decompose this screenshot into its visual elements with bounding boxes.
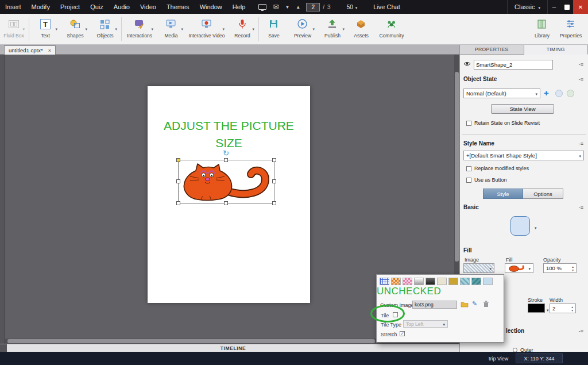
texture-swatch[interactable] xyxy=(437,278,447,285)
resize-handle-bottom-center[interactable] xyxy=(224,201,228,205)
next-slide-icon[interactable] xyxy=(296,5,300,10)
texture-swatch[interactable] xyxy=(414,278,424,285)
menu-audio[interactable]: Audio xyxy=(109,0,135,14)
panel-menu-icon[interactable] xyxy=(579,141,583,147)
toolbar-community[interactable]: Community xyxy=(375,14,408,44)
filmstrip-view-label[interactable]: trip View xyxy=(489,356,508,362)
shape-preview[interactable] xyxy=(510,216,530,236)
toolbar-fluid-box[interactable]: Fluid Box xyxy=(0,14,28,44)
slide-title-text[interactable]: ADJUST THE PICTURE SIZE xyxy=(148,117,310,152)
toolbar-save[interactable]: Save xyxy=(260,14,288,44)
browse-folder-icon[interactable] xyxy=(461,301,469,309)
fill-swatch-dropdown[interactable] xyxy=(505,263,533,273)
toolbar-publish[interactable]: Publish xyxy=(318,14,347,44)
tab-options[interactable]: Options xyxy=(523,189,563,199)
add-state-button[interactable] xyxy=(544,89,549,97)
visibility-eye-icon[interactable] xyxy=(463,61,471,68)
toolbar-interactions[interactable]: Interactions xyxy=(123,14,156,44)
rotate-handle-icon[interactable] xyxy=(223,149,229,157)
toolbar-media[interactable]: Media xyxy=(156,14,186,44)
toolbar-preview[interactable]: Preview xyxy=(288,14,318,44)
stepper-arrows-icon[interactable] xyxy=(572,265,574,271)
retain-state-checkbox-row[interactable]: Retain State on Slide Revisit xyxy=(466,120,540,126)
resize-handle-top-center[interactable] xyxy=(224,158,228,162)
chevron-down-icon[interactable] xyxy=(535,224,537,230)
checkbox[interactable] xyxy=(466,166,471,171)
document-tab[interactable]: untitled1.cptx* × xyxy=(4,45,56,55)
resize-handle-top-left[interactable] xyxy=(176,158,180,162)
toolbar-properties[interactable]: Properties xyxy=(556,14,586,44)
duplicate-state-icon[interactable] xyxy=(555,90,563,97)
texture-swatch[interactable] xyxy=(483,278,493,285)
tab-timing[interactable]: TIMING xyxy=(524,45,588,55)
texture-swatch[interactable] xyxy=(425,278,435,285)
chevron-down-icon[interactable] xyxy=(547,306,549,313)
toolbar-interactive-video[interactable]: Interactive Video xyxy=(186,14,227,44)
close-button[interactable] xyxy=(573,0,588,14)
edit-state-icon[interactable] xyxy=(567,90,574,97)
toolbar-library[interactable]: Library xyxy=(528,14,556,44)
toolbar-text[interactable]: Text xyxy=(30,14,60,44)
mail-icon[interactable] xyxy=(273,3,278,11)
custom-image-filename[interactable]: kot3.png xyxy=(412,301,457,309)
minimize-button[interactable] xyxy=(548,0,560,14)
restore-button[interactable] xyxy=(560,0,573,14)
tab-style[interactable]: Style xyxy=(483,189,523,199)
replace-styles-checkbox-row[interactable]: Replace modified styles xyxy=(466,166,529,171)
timeline-grip[interactable] xyxy=(0,344,7,352)
menu-modify[interactable]: Modify xyxy=(26,0,55,14)
resize-handle-bottom-right[interactable] xyxy=(272,201,276,205)
panel-menu-icon[interactable] xyxy=(579,62,583,67)
checkbox[interactable] xyxy=(466,178,471,183)
toolbar-assets[interactable]: Assets xyxy=(347,14,375,44)
image-fill-dropdown[interactable] xyxy=(463,263,494,273)
stretch-checkbox[interactable] xyxy=(400,331,405,336)
tab-properties[interactable]: PROPERTIES xyxy=(460,45,524,55)
texture-swatch[interactable] xyxy=(391,278,401,285)
stroke-color-swatch[interactable] xyxy=(528,303,545,313)
texture-swatch[interactable] xyxy=(380,278,389,285)
checkbox[interactable] xyxy=(466,121,471,126)
stepper-arrows-icon[interactable] xyxy=(571,305,573,312)
style-name-dropdown[interactable]: +[Default Smart Shape Style] xyxy=(463,151,584,160)
resize-handle-mid-right[interactable] xyxy=(272,179,276,183)
opacity-stepper[interactable]: 100 % xyxy=(543,263,577,273)
stroke-width-stepper[interactable]: 2 xyxy=(550,303,576,313)
resize-handle-mid-left[interactable] xyxy=(176,179,180,183)
scrollbar-thumb[interactable] xyxy=(7,339,375,343)
panel-menu-icon[interactable] xyxy=(579,328,583,334)
live-chat-link[interactable]: Live Chat xyxy=(373,3,400,10)
panel-menu-icon[interactable] xyxy=(579,205,583,210)
toolbar-record[interactable]: Record xyxy=(227,14,257,44)
timeline-bar[interactable]: TIMELINE xyxy=(0,344,459,352)
menu-video[interactable]: Video xyxy=(135,0,161,14)
panel-menu-icon[interactable] xyxy=(579,76,583,82)
toolbar-objects[interactable]: Objects xyxy=(90,14,120,44)
display-icon[interactable] xyxy=(258,4,266,10)
previous-slide-icon[interactable] xyxy=(285,5,289,10)
texture-swatch[interactable] xyxy=(471,278,481,285)
menu-project[interactable]: Project xyxy=(55,0,85,14)
toolbar-shapes[interactable]: Shapes xyxy=(60,14,90,44)
menu-help[interactable]: Help xyxy=(227,0,251,14)
filmstrip-collapsed[interactable] xyxy=(0,55,5,344)
zoom-control[interactable]: 50 xyxy=(347,4,358,10)
menu-themes[interactable]: Themes xyxy=(161,0,195,14)
delete-image-icon[interactable] xyxy=(482,300,490,309)
menu-quiz[interactable]: Quiz xyxy=(85,0,109,14)
menu-insert[interactable]: Insert xyxy=(0,0,26,14)
edit-image-icon[interactable] xyxy=(472,301,477,307)
slide[interactable]: ADJUST THE PICTURE SIZE xyxy=(148,86,310,303)
state-dropdown[interactable]: Normal (Default) xyxy=(463,89,540,98)
texture-swatch[interactable] xyxy=(448,278,458,285)
scrollbar-thumb[interactable] xyxy=(455,72,459,262)
resize-handle-bottom-left[interactable] xyxy=(176,201,180,205)
close-tab-icon[interactable]: × xyxy=(48,48,51,53)
selected-image-cat[interactable] xyxy=(178,160,274,203)
resize-handle-top-right[interactable] xyxy=(272,158,276,162)
object-name-input[interactable] xyxy=(474,60,553,70)
current-slide-field[interactable]: 2 xyxy=(306,3,320,11)
texture-swatch[interactable] xyxy=(460,278,470,285)
use-as-button-checkbox-row[interactable]: Use as Button xyxy=(466,177,507,183)
workspace-select[interactable]: Classic xyxy=(507,0,548,14)
